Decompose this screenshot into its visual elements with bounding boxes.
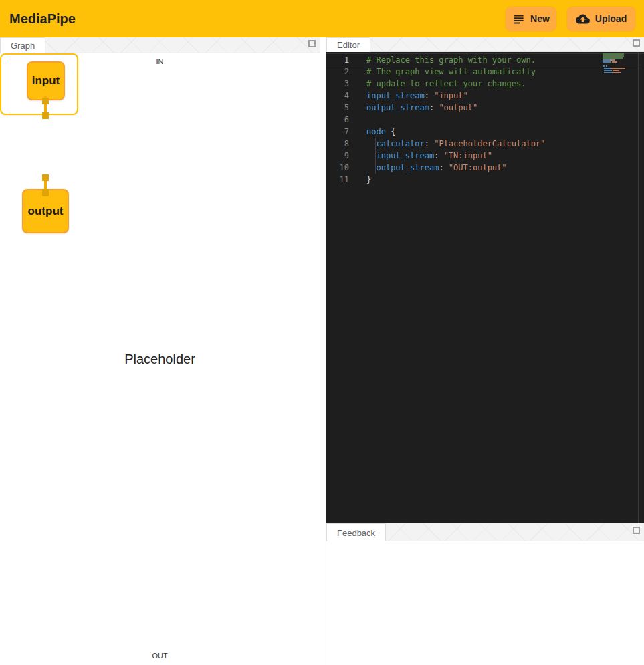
minimap-line: [603, 61, 629, 63]
code-text: output_stream: "output": [366, 102, 477, 114]
line-number: 3: [326, 78, 349, 90]
line-number: 10: [326, 162, 349, 174]
menu-lines-icon: [512, 13, 525, 25]
expand-panel-icon[interactable]: [308, 40, 316, 47]
right-panel: Editor 1# Replace this graph with your o…: [326, 37, 644, 665]
code-text: input_stream: "IN:input": [366, 150, 492, 162]
port-placeholder-in[interactable]: [42, 112, 49, 119]
minimap-line: [603, 55, 629, 57]
tab-feedback[interactable]: Feedback: [326, 523, 386, 541]
line-number: 4: [326, 90, 349, 102]
line-number: 2: [326, 65, 349, 78]
line-number: 6: [326, 114, 349, 126]
editor-panel: Editor 1# Replace this graph with your o…: [326, 37, 644, 523]
feedback-tabbar: Feedback: [326, 523, 644, 541]
tab-feedback-label: Feedback: [337, 528, 375, 538]
graph-panel: Graph input IN Placeholder OUT output: [0, 37, 320, 665]
app-title: MediaPipe: [9, 11, 506, 27]
code-line[interactable]: 3# update to reflect your changes.: [326, 78, 644, 90]
minimap-line: [603, 68, 629, 69]
code-text: # update to reflect your changes.: [366, 78, 526, 90]
code-text: input_stream: "input": [366, 90, 468, 102]
minimap-line: [603, 63, 629, 65]
new-button[interactable]: New: [506, 7, 556, 31]
line-number: 8: [326, 138, 349, 150]
code-line[interactable]: 9 input_stream: "IN:input": [326, 150, 644, 162]
placeholder-title: Placeholder: [0, 53, 320, 665]
minimap-line: [603, 57, 629, 59]
upload-button[interactable]: Upload: [567, 7, 635, 31]
line-number: 9: [326, 150, 349, 162]
expand-editor-icon[interactable]: [633, 39, 640, 47]
code-line[interactable]: 5output_stream: "output": [326, 102, 644, 114]
cloud-upload-icon: [576, 12, 590, 26]
tab-graph-label: Graph: [11, 41, 35, 51]
code-line[interactable]: 8 calculator: "PlaceholderCalculator": [326, 138, 644, 150]
code-line[interactable]: 6: [326, 114, 644, 126]
line-number: 5: [326, 102, 349, 114]
code-text: # The graph view will automatically: [366, 65, 536, 78]
port-output-in[interactable]: [42, 189, 49, 196]
editor-overview-ruler[interactable]: [638, 52, 639, 523]
minimap-line: [603, 65, 629, 67]
code-line[interactable]: 4input_stream: "input": [326, 90, 644, 102]
code-lines: 1# Replace this graph with your own.2# T…: [326, 53, 644, 186]
code-editor[interactable]: 1# Replace this graph with your own.2# T…: [326, 52, 644, 523]
minimap-line: [603, 53, 629, 55]
code-line[interactable]: 11}: [326, 174, 644, 186]
editor-tabbar: Editor: [326, 37, 644, 52]
port-placeholder-out[interactable]: [42, 174, 49, 181]
code-line[interactable]: 1# Replace this graph with your own.: [326, 53, 644, 65]
tab-editor-label: Editor: [337, 40, 360, 50]
line-number: 11: [326, 174, 349, 186]
minimap-line: [603, 74, 629, 75]
code-text: calculator: "PlaceholderCalculator": [366, 138, 545, 150]
port-input-out[interactable]: [42, 98, 49, 104]
code-text: node {: [366, 126, 395, 138]
upload-button-label: Upload: [595, 13, 627, 24]
expand-feedback-icon[interactable]: [633, 527, 640, 534]
editor-minimap[interactable]: [603, 53, 629, 76]
minimap-line: [603, 59, 629, 61]
minimap-line: [603, 70, 629, 71]
feedback-panel: Feedback: [326, 523, 644, 665]
code-text: # Replace this graph with your own.: [366, 54, 536, 65]
new-button-label: New: [530, 13, 550, 24]
placeholder-out-label: OUT: [0, 652, 320, 660]
graph-canvas[interactable]: input IN Placeholder OUT output: [0, 53, 320, 665]
code-text: output_stream: "OUT:output": [366, 162, 507, 174]
code-line[interactable]: 2# The graph view will automatically: [326, 65, 644, 78]
graph-node-output-label: output: [28, 205, 64, 218]
graph-tabbar: Graph: [0, 37, 320, 53]
code-line[interactable]: 7node {: [326, 126, 644, 138]
code-text: }: [366, 174, 371, 186]
line-number: 7: [326, 126, 349, 138]
feedback-content: [326, 541, 644, 665]
graph-node-placeholder[interactable]: IN Placeholder OUT: [0, 53, 78, 115]
app-header: MediaPipe New Upload: [0, 0, 644, 37]
minimap-line: [603, 72, 629, 73]
line-number: 1: [326, 54, 349, 65]
tab-graph[interactable]: Graph: [0, 37, 45, 53]
code-line[interactable]: 10 output_stream: "OUT:output": [326, 162, 644, 174]
tab-editor[interactable]: Editor: [326, 37, 370, 52]
